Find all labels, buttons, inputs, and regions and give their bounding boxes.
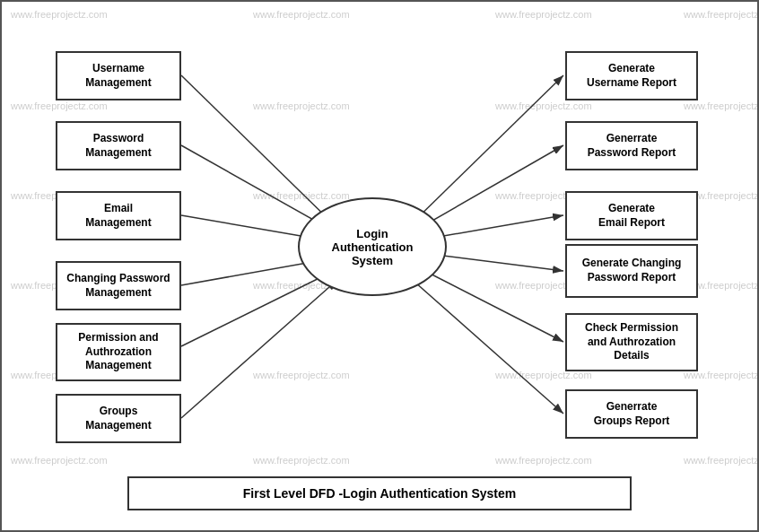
svg-line-7 bbox=[407, 75, 563, 228]
generate-password-report-box: GenerratePassword Report bbox=[565, 121, 698, 170]
title-box: First Level DFD -Login Authentication Sy… bbox=[127, 476, 632, 510]
svg-line-1 bbox=[181, 75, 337, 228]
permission-management-box: Permission andAuthrozationManagement bbox=[56, 323, 181, 381]
login-auth-system-ellipse: LoginAuthenticationSystem bbox=[298, 197, 447, 296]
main-container: www.freeprojectz.com www.freeprojectz.co… bbox=[0, 0, 759, 532]
svg-line-6 bbox=[181, 280, 337, 418]
svg-line-12 bbox=[407, 275, 563, 414]
generate-changing-password-report-box: Generate ChangingPassword Report bbox=[565, 244, 698, 298]
generate-username-report-box: GenerateUsername Report bbox=[565, 51, 698, 100]
groups-management-box: GroupsManagement bbox=[56, 394, 181, 443]
generate-groups-report-box: GenerrateGroups Report bbox=[565, 389, 698, 439]
password-management-box: PasswordManagement bbox=[56, 121, 181, 170]
username-management-box: Username Management bbox=[56, 51, 181, 100]
changing-password-management-box: Changing PasswordManagement bbox=[56, 261, 181, 310]
check-permission-box: Check Permissionand AuthrozationDetails bbox=[565, 313, 698, 371]
generate-email-report-box: GenerateEmail Report bbox=[565, 191, 698, 240]
email-management-box: EmailManagement bbox=[56, 191, 181, 240]
